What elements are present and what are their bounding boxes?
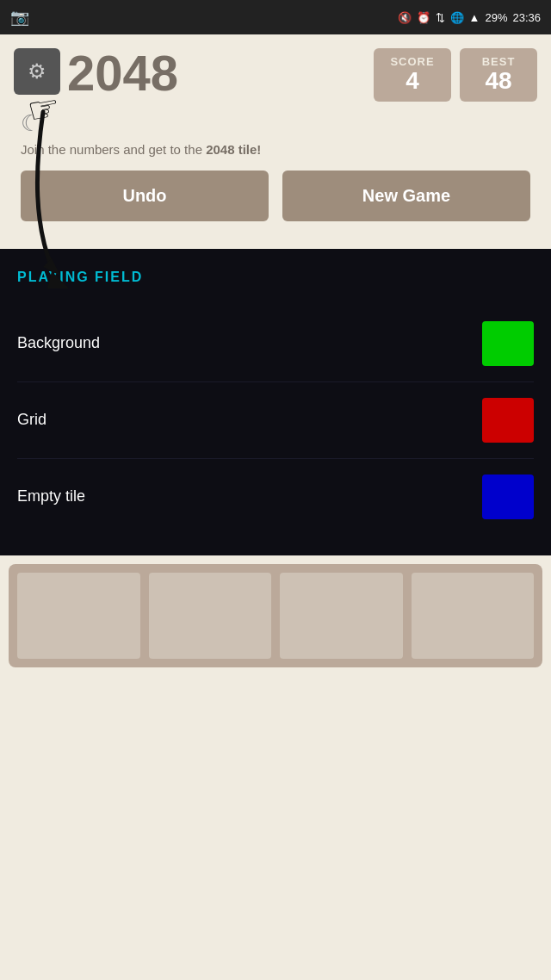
settings-panel: PLAYING FIELD Background Grid Empty tile: [0, 249, 551, 555]
board-cell: [280, 573, 403, 659]
battery-text: 29%: [485, 11, 507, 24]
time-display: 23:36: [512, 11, 541, 24]
score-label: SCORE: [387, 55, 437, 68]
empty-tile-color-swatch[interactable]: [482, 474, 534, 519]
game-title: 2048: [67, 48, 374, 98]
board-grid: [9, 564, 542, 667]
sync-icon: ⇅: [436, 11, 445, 24]
camera-icon: 📷: [10, 8, 29, 27]
globe-icon: 🌐: [450, 11, 464, 24]
grid-label: Grid: [17, 411, 46, 429]
status-right: 🔇 ⏰ ⇅ 🌐 ▲ 29% 23:36: [398, 11, 541, 24]
score-box: SCORE 4: [374, 48, 451, 102]
alarm-icon: ⏰: [417, 11, 430, 24]
header-row: ⚙ ☞ 2048 SCORE 4 BEST 48: [14, 48, 537, 102]
section-title: PLAYING FIELD: [17, 270, 534, 285]
status-left: 📷: [10, 8, 29, 27]
description: Join the numbers and get to the 2048 til…: [21, 142, 530, 157]
buttons-row: Undo New Game: [21, 171, 530, 221]
empty-tile-label: Empty tile: [17, 487, 85, 506]
best-value: 48: [474, 68, 523, 95]
grid-color-swatch[interactable]: [482, 398, 534, 443]
gear-icon: ⚙: [28, 59, 46, 84]
status-bar: 📷 🔇 ⏰ ⇅ 🌐 ▲ 29% 23:36: [0, 0, 551, 34]
score-value: 4: [387, 68, 437, 95]
board-cell: [149, 573, 272, 659]
best-label: BEST: [474, 55, 523, 68]
main-content: ⚙ ☞ 2048 SCORE 4 BEST 48 ☾ Join the: [0, 34, 551, 249]
settings-item-empty-tile: Empty tile: [17, 459, 534, 535]
background-color-swatch[interactable]: [482, 321, 534, 366]
settings-item-background: Background: [17, 306, 534, 382]
game-board-area: [0, 555, 551, 676]
description-bold: 2048 tile!: [206, 142, 261, 157]
signal-icon: ▲: [469, 11, 480, 24]
settings-item-grid: Grid: [17, 382, 534, 459]
mute-icon: 🔇: [398, 11, 412, 24]
background-label: Background: [17, 334, 100, 352]
board-cell: [412, 573, 535, 659]
score-boxes: SCORE 4 BEST 48: [374, 48, 537, 102]
settings-button[interactable]: ⚙: [14, 48, 60, 95]
arrow-annotation: [26, 103, 95, 293]
new-game-button[interactable]: New Game: [282, 171, 530, 221]
moon-row: ☾: [21, 110, 537, 137]
board-cell: [17, 573, 140, 659]
best-box: BEST 48: [460, 48, 537, 102]
